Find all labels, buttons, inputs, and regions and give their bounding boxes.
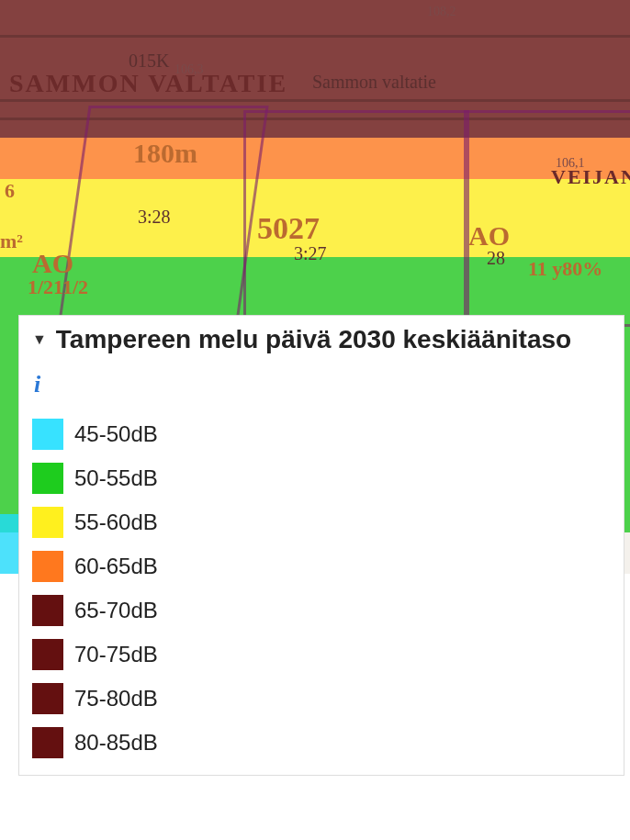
legend-label: 55-60dB xyxy=(74,510,158,535)
road-name-upper: SAMMON VALTATIE xyxy=(9,69,287,98)
legend-panel: ▼ Tampereen melu päivä 2030 keskiäänitas… xyxy=(18,315,624,776)
extra-label: 11 y80% xyxy=(528,257,602,281)
block-number: 5027 xyxy=(257,211,320,246)
legend-label: 50-55dB xyxy=(74,465,158,491)
legend-item: 80-85dB xyxy=(32,727,611,758)
extra-label: 6 xyxy=(5,179,15,203)
legend-swatch xyxy=(32,551,63,582)
elev-marker: 108,2 xyxy=(427,5,456,19)
legend-items: 45-50dB50-55dB55-60dB60-65dB65-70dB70-75… xyxy=(32,419,611,758)
legend-swatch xyxy=(32,727,63,758)
legend-item: 60-65dB xyxy=(32,551,611,582)
legend-label: 60-65dB xyxy=(74,554,158,579)
legend-item: 55-60dB xyxy=(32,507,611,538)
legend-header[interactable]: ▼ Tampereen melu päivä 2030 keskiäänitas… xyxy=(32,325,611,354)
parcel-outline xyxy=(464,110,630,327)
legend-item: 70-75dB xyxy=(32,639,611,670)
measurement: 180m xyxy=(133,138,197,169)
zone-label: AO xyxy=(468,220,510,252)
legend-label: 65-70dB xyxy=(74,598,158,623)
road-line xyxy=(0,35,630,38)
extra-label: m² xyxy=(0,230,23,253)
legend-label: 80-85dB xyxy=(74,730,158,756)
legend-title: Tampereen melu päivä 2030 keskiäänitaso xyxy=(56,325,571,354)
legend-swatch xyxy=(32,639,63,670)
legend-label: 70-75dB xyxy=(74,642,158,667)
parcel-id: 3:27 xyxy=(294,243,327,264)
legend-label: 45-50dB xyxy=(74,421,158,447)
info-icon[interactable]: i xyxy=(34,371,611,398)
parcel-id: 28 xyxy=(487,248,505,269)
legend-swatch xyxy=(32,595,63,626)
legend-swatch xyxy=(32,419,63,450)
elev-marker: 106,3 xyxy=(174,62,204,77)
legend-label: 75-80dB xyxy=(74,686,158,711)
parcel-id: 1/211/2 xyxy=(28,275,88,299)
road-line xyxy=(0,99,630,102)
legend-item: 75-80dB xyxy=(32,683,611,714)
legend-item: 65-70dB xyxy=(32,595,611,626)
legend-swatch xyxy=(32,463,63,494)
legend-swatch xyxy=(32,683,63,714)
road-name-lower: Sammon valtatie xyxy=(312,72,436,93)
side-street: VEIJANI xyxy=(551,165,630,189)
legend-item: 50-55dB xyxy=(32,463,611,494)
legend-item: 45-50dB xyxy=(32,419,611,450)
collapse-triangle-icon[interactable]: ▼ xyxy=(32,331,47,348)
zone-label: AO xyxy=(32,248,73,279)
legend-swatch xyxy=(32,507,63,538)
parcel-id: 3:28 xyxy=(138,207,171,228)
